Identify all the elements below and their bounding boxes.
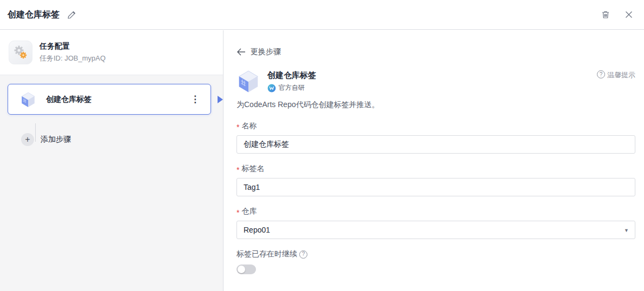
field-name-label: 名称 <box>241 121 257 131</box>
continue-if-exists-label: 标签已存在时继续 <box>236 249 297 259</box>
close-icon <box>625 10 633 19</box>
official-badge-icon <box>267 84 276 92</box>
task-config-title: 任务配置 <box>40 42 106 51</box>
task-config-card[interactable]: 任务配置 任务ID: JOB_mypAQ <box>0 30 223 75</box>
pencil-icon <box>67 10 76 19</box>
step-card-create-repo-tag[interactable]: 创建仓库标签 ⋮ <box>8 84 211 115</box>
continue-if-exists-toggle[interactable] <box>236 264 256 274</box>
required-marker: * <box>236 166 239 174</box>
cube-icon <box>20 91 36 108</box>
tag-name-input[interactable] <box>236 178 635 196</box>
question-circle-icon: ? <box>597 70 605 78</box>
step-card-label: 创建仓库标签 <box>46 95 91 104</box>
question-circle-icon[interactable]: ? <box>299 250 307 259</box>
step-detail-panel: 更换步骤 创建仓库标签 <box>224 30 644 291</box>
required-marker: * <box>236 209 239 216</box>
step-description: 为CodeArts Repo代码仓创建标签并推送。 <box>236 100 635 110</box>
kebab-icon[interactable]: ⋮ <box>187 92 203 106</box>
edit-title-button[interactable] <box>66 9 77 21</box>
cube-icon-large <box>236 69 260 93</box>
name-input[interactable] <box>236 135 635 154</box>
change-step-back-button[interactable]: 更换步骤 <box>236 47 281 57</box>
repository-select-value: Repo01 <box>244 226 270 234</box>
play-icon[interactable] <box>218 96 223 103</box>
gears-icon <box>9 41 32 64</box>
field-continue-if-exists: 标签已存在时继续 ? <box>236 249 635 274</box>
add-step-button[interactable]: + 添加步骤 <box>21 133 223 146</box>
task-id: 任务ID: JOB_mypAQ <box>40 54 106 63</box>
trash-icon <box>601 10 610 19</box>
pipeline-sidebar: 任务配置 任务ID: JOB_mypAQ 创建仓库标签 ⋮ <box>0 30 224 291</box>
repository-select[interactable]: Repo01 ▼ <box>236 221 635 239</box>
step-title: 创建仓库标签 <box>267 70 316 81</box>
field-repository-label: 仓库 <box>241 207 257 216</box>
step-connector-line <box>35 123 36 142</box>
page-header: 创建仓库标签 <box>0 0 644 30</box>
steps-area: 创建仓库标签 ⋮ + 添加步骤 <box>0 75 223 146</box>
field-name: * 名称 <box>236 121 635 154</box>
close-button[interactable] <box>623 9 634 20</box>
field-tag-name-label: 标签名 <box>241 164 264 174</box>
required-marker: * <box>236 123 239 131</box>
field-repository: * 仓库 Repo01 ▼ <box>236 207 635 239</box>
tips-link[interactable]: ? 温馨提示 <box>597 69 635 93</box>
add-step-label: 添加步骤 <box>41 135 71 144</box>
arrow-left-icon <box>236 48 246 56</box>
plus-icon: + <box>21 133 34 146</box>
back-label: 更换步骤 <box>251 47 281 57</box>
step-config-form: * 名称 * 标签名 * 仓库 Repo01 ▼ 标签已存在时继续 <box>236 121 635 274</box>
official-badge-label: 官方自研 <box>279 83 305 92</box>
tips-label: 温馨提示 <box>607 70 635 80</box>
page-title: 创建仓库标签 <box>8 9 60 21</box>
field-tag-name: * 标签名 <box>236 164 635 196</box>
toggle-knob <box>238 266 245 273</box>
delete-button[interactable] <box>600 9 612 21</box>
caret-down-icon: ▼ <box>624 228 629 233</box>
